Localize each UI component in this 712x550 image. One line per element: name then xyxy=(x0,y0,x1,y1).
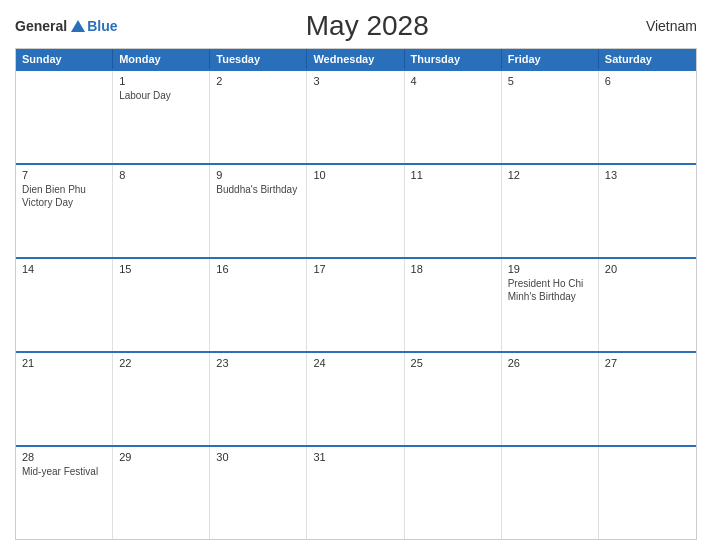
day-number: 17 xyxy=(313,263,397,275)
calendar-cell: 15 xyxy=(113,259,210,351)
calendar-cell: 20 xyxy=(599,259,696,351)
calendar-cell: 30 xyxy=(210,447,307,539)
day-number: 23 xyxy=(216,357,300,369)
calendar-body: 1Labour Day234567Dien Bien Phu Victory D… xyxy=(16,69,696,539)
day-number: 21 xyxy=(22,357,106,369)
calendar-cell: 10 xyxy=(307,165,404,257)
day-number: 15 xyxy=(119,263,203,275)
day-number: 31 xyxy=(313,451,397,463)
day-number: 9 xyxy=(216,169,300,181)
calendar-cell: 1Labour Day xyxy=(113,71,210,163)
logo-triangle-icon xyxy=(71,20,85,32)
calendar-week: 28Mid-year Festival293031 xyxy=(16,445,696,539)
calendar-week: 21222324252627 xyxy=(16,351,696,445)
day-number: 7 xyxy=(22,169,106,181)
calendar-cell: 31 xyxy=(307,447,404,539)
calendar-cell xyxy=(16,71,113,163)
calendar-cell: 27 xyxy=(599,353,696,445)
day-number: 29 xyxy=(119,451,203,463)
day-number: 24 xyxy=(313,357,397,369)
calendar-cell: 16 xyxy=(210,259,307,351)
day-number: 18 xyxy=(411,263,495,275)
day-number: 8 xyxy=(119,169,203,181)
calendar-event: Mid-year Festival xyxy=(22,465,106,478)
calendar-cell: 13 xyxy=(599,165,696,257)
calendar-week: 7Dien Bien Phu Victory Day89Buddha's Bir… xyxy=(16,163,696,257)
calendar-cell: 2 xyxy=(210,71,307,163)
day-number: 26 xyxy=(508,357,592,369)
day-number: 27 xyxy=(605,357,690,369)
day-number: 14 xyxy=(22,263,106,275)
calendar-week: 141516171819President Ho Chi Minh's Birt… xyxy=(16,257,696,351)
calendar-cell: 12 xyxy=(502,165,599,257)
calendar-cell: 24 xyxy=(307,353,404,445)
calendar-cell: 3 xyxy=(307,71,404,163)
day-number: 2 xyxy=(216,75,300,87)
weekday-header: Tuesday xyxy=(210,49,307,69)
calendar-cell: 25 xyxy=(405,353,502,445)
weekday-header: Wednesday xyxy=(307,49,404,69)
calendar-cell: 28Mid-year Festival xyxy=(16,447,113,539)
day-number: 11 xyxy=(411,169,495,181)
calendar-cell: 17 xyxy=(307,259,404,351)
calendar-cell: 21 xyxy=(16,353,113,445)
calendar-cell: 7Dien Bien Phu Victory Day xyxy=(16,165,113,257)
calendar-cell: 26 xyxy=(502,353,599,445)
day-number: 30 xyxy=(216,451,300,463)
day-number: 10 xyxy=(313,169,397,181)
calendar-cell: 11 xyxy=(405,165,502,257)
country-label: Vietnam xyxy=(617,18,697,34)
calendar-cell xyxy=(599,447,696,539)
calendar-cell xyxy=(405,447,502,539)
day-number: 6 xyxy=(605,75,690,87)
header: General Blue May 2028 Vietnam xyxy=(15,10,697,42)
day-number: 25 xyxy=(411,357,495,369)
weekday-header: Monday xyxy=(113,49,210,69)
day-number: 19 xyxy=(508,263,592,275)
calendar-cell: 29 xyxy=(113,447,210,539)
logo-blue-text: Blue xyxy=(87,19,117,33)
day-number: 4 xyxy=(411,75,495,87)
calendar-event: Buddha's Birthday xyxy=(216,183,300,196)
page: General Blue May 2028 Vietnam SundayMond… xyxy=(0,0,712,550)
calendar-week: 1Labour Day23456 xyxy=(16,69,696,163)
logo: General Blue xyxy=(15,19,117,33)
calendar-event: President Ho Chi Minh's Birthday xyxy=(508,277,592,303)
calendar: SundayMondayTuesdayWednesdayThursdayFrid… xyxy=(15,48,697,540)
day-number: 20 xyxy=(605,263,690,275)
calendar-cell: 23 xyxy=(210,353,307,445)
day-number: 13 xyxy=(605,169,690,181)
weekday-header: Sunday xyxy=(16,49,113,69)
calendar-cell: 9Buddha's Birthday xyxy=(210,165,307,257)
calendar-header: SundayMondayTuesdayWednesdayThursdayFrid… xyxy=(16,49,696,69)
calendar-cell: 4 xyxy=(405,71,502,163)
calendar-cell: 5 xyxy=(502,71,599,163)
calendar-cell: 6 xyxy=(599,71,696,163)
day-number: 28 xyxy=(22,451,106,463)
calendar-title: May 2028 xyxy=(117,10,617,42)
day-number: 16 xyxy=(216,263,300,275)
calendar-cell: 19President Ho Chi Minh's Birthday xyxy=(502,259,599,351)
weekday-header: Friday xyxy=(502,49,599,69)
weekday-header: Saturday xyxy=(599,49,696,69)
calendar-cell: 22 xyxy=(113,353,210,445)
day-number: 5 xyxy=(508,75,592,87)
weekday-header: Thursday xyxy=(405,49,502,69)
day-number: 22 xyxy=(119,357,203,369)
calendar-event: Dien Bien Phu Victory Day xyxy=(22,183,106,209)
calendar-cell: 18 xyxy=(405,259,502,351)
logo-general-text: General xyxy=(15,19,67,33)
day-number: 12 xyxy=(508,169,592,181)
calendar-cell xyxy=(502,447,599,539)
calendar-cell: 8 xyxy=(113,165,210,257)
calendar-cell: 14 xyxy=(16,259,113,351)
day-number: 1 xyxy=(119,75,203,87)
day-number: 3 xyxy=(313,75,397,87)
calendar-event: Labour Day xyxy=(119,89,203,102)
